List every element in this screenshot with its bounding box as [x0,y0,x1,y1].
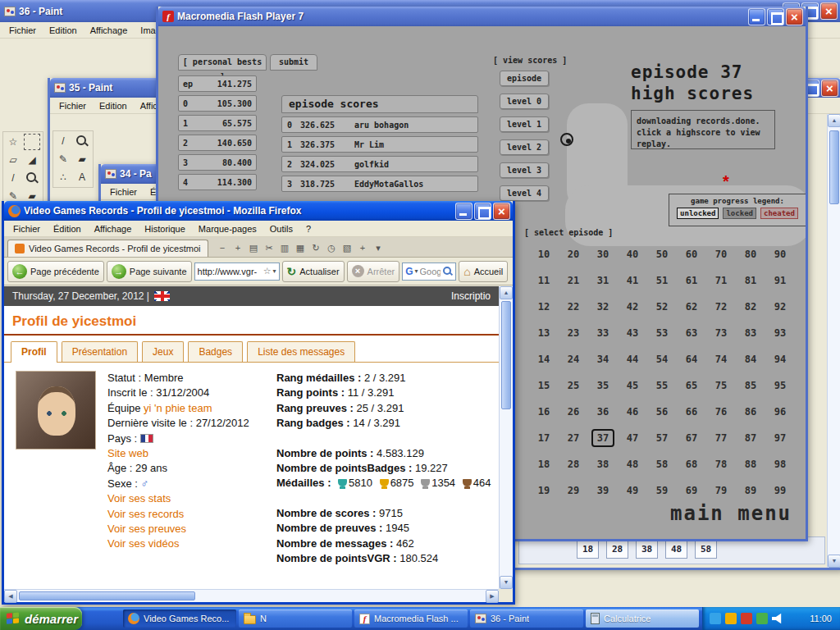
episode-cell-34[interactable]: 34 [588,346,618,372]
free-select-tool-icon[interactable]: ☆ [5,134,21,150]
scroll-up-button[interactable]: ▲ [828,114,840,127]
bookmark-star-icon[interactable]: ☆ [263,266,272,276]
eraser-tool-icon[interactable]: ▱ [5,152,21,168]
history-icon[interactable]: ◷ [326,242,338,254]
episode-cell-89[interactable]: 89 [736,477,765,504]
forward-button[interactable]: → Page suivante [107,261,192,282]
episode-cell-26[interactable]: 26 [559,399,588,425]
episode-cell-78[interactable]: 78 [706,451,736,477]
menu-item-marque-pages[interactable]: Marque-pages [193,222,262,235]
menu-item-fichier[interactable]: Fichier [3,24,42,37]
episode-cell-68[interactable]: 68 [677,451,706,477]
episode-cell-55[interactable]: 55 [647,372,677,399]
episode-cell-28[interactable]: 28 [559,451,588,477]
rect-select-tool-icon[interactable] [24,134,40,150]
episode-cell-13[interactable]: 13 [529,320,559,346]
vertical-scrollbar[interactable]: ▲ ▼ [827,114,840,568]
episode-cell-12[interactable]: 12 [529,294,559,320]
magnifier-tool-icon[interactable] [74,133,90,149]
tray-messenger-icon[interactable] [710,613,721,624]
minus-icon[interactable]: − [217,242,229,254]
episode-cell-32[interactable]: 32 [588,294,618,320]
taskbar-item-calculatrice[interactable]: Calculatrice [586,609,699,628]
personal-best-row[interactable]: 2140.650 [178,135,257,151]
profile-link-voir-ses-stats[interactable]: Voir ses stats [107,492,171,504]
maximize-button[interactable] [474,203,491,220]
episode-score-row[interactable]: 2324.025golfkid [281,156,478,172]
close-button[interactable] [820,2,838,20]
personal-best-row[interactable]: 165.575 [178,115,257,131]
inscription-link[interactable]: Inscriptio [451,290,491,302]
episode-cell-97[interactable]: 97 [765,425,795,451]
episode-cell-74[interactable]: 74 [706,346,736,372]
episode-cell-88[interactable]: 88 [736,451,765,477]
episode-cell-69[interactable]: 69 [677,477,706,504]
episode-cell-70[interactable]: 70 [706,241,736,267]
episode-cell-40[interactable]: 40 [618,241,647,267]
personal-best-row[interactable]: ep141.275 [178,75,257,92]
reload-button[interactable]: ↻ Actualiser [282,261,345,282]
episode-cell-95[interactable]: 95 [765,372,795,399]
episode-cell-48[interactable]: 48 [618,451,647,477]
personal-best-row[interactable]: 0105.300 [178,95,257,112]
episode-cell-15[interactable]: 15 [529,372,559,399]
episode-cell-25[interactable]: 25 [559,372,588,399]
main-menu-button[interactable]: main menu [670,502,792,525]
episode-cell-51[interactable]: 51 [647,267,677,294]
profile-link-voir-ses-vid-os[interactable]: Voir ses vidéos [107,537,179,550]
episode-cell-45[interactable]: 45 [618,372,647,399]
profile-tab-jeux[interactable]: Jeux [142,341,184,362]
color-picker-tool-icon[interactable]: / [55,133,71,149]
reload-icon[interactable]: ↻ [310,242,322,254]
episode-cell-11[interactable]: 11 [529,267,559,294]
episode-cell-35[interactable]: 35 [588,372,618,399]
episode-cell-96[interactable]: 96 [765,399,795,425]
episode-cell-98[interactable]: 98 [765,451,795,477]
scrollbar-thumb[interactable] [19,591,195,600]
episode-cell-52[interactable]: 52 [647,294,677,320]
scrollbar-thumb[interactable] [829,130,839,204]
episode-cell-31[interactable]: 31 [588,267,618,294]
episode-cell-23[interactable]: 23 [559,320,588,346]
profile-tab-pr-sentation[interactable]: Présentation [62,341,138,362]
search-engine-dropdown-icon[interactable]: ▾ [415,267,418,275]
menu-item-fichier[interactable]: Fichier [104,185,143,199]
episode-cell-46[interactable]: 46 [618,399,647,425]
episode-cell-44[interactable]: 44 [618,346,647,372]
episode-cell-47[interactable]: 47 [618,425,647,451]
profile-tab-profil[interactable]: Profil [11,341,57,363]
episode-cell-63[interactable]: 63 [677,320,706,346]
episode-cell-39[interactable]: 39 [588,477,618,504]
close-button[interactable] [786,8,803,25]
close-button[interactable] [821,80,838,97]
episode-cell-36[interactable]: 36 [588,399,618,425]
search-magnifier-icon[interactable] [442,266,453,276]
episode-cell-30[interactable]: 30 [588,241,618,267]
scroll-left-button[interactable]: ◀ [4,590,17,603]
paste-icon[interactable]: ▤ [248,242,260,254]
start-button[interactable]: démarrer [0,607,82,630]
personal-best-row[interactable]: 380.400 [178,154,257,171]
episode-score-row[interactable]: 0326.625aru_bohagon [281,116,478,133]
episode-cell-56[interactable]: 56 [647,399,677,425]
menu-item-outils[interactable]: Outils [264,222,299,235]
episode-cell-22[interactable]: 22 [559,294,588,320]
episode-cell-80[interactable]: 80 [736,241,765,267]
episode-cell-77[interactable]: 77 [706,425,736,451]
episode-cell-41[interactable]: 41 [618,267,647,294]
stop-button[interactable]: × Arrêter [347,261,400,282]
flash-titlebar[interactable]: Macromedia Flash Player 7 [158,7,806,26]
episode-cell-62[interactable]: 62 [677,294,706,320]
episode-cell-24[interactable]: 24 [559,346,588,372]
menu-item-fichier[interactable]: Fichier [53,99,92,112]
episode-cell-86[interactable]: 86 [736,399,765,425]
episode-cell-21[interactable]: 21 [559,267,588,294]
copy-icon[interactable]: ▥ [279,242,291,254]
view-button-level-0[interactable]: level 0 [500,94,549,109]
episode-cell-19[interactable]: 19 [529,477,559,504]
uk-flag-icon[interactable] [154,291,170,301]
menu-item-affichage[interactable]: Affichage [84,24,134,37]
episode-cell-58[interactable]: 58 [647,451,677,477]
profile-link-yi-n-phie-team[interactable]: yi 'n phie team [144,402,212,414]
maximize-button[interactable] [767,8,784,25]
